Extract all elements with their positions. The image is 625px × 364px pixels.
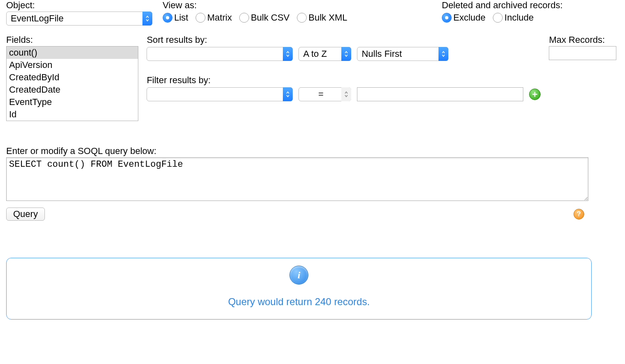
- field-item-count[interactable]: count(): [7, 47, 138, 59]
- view-as-list-radio[interactable]: List: [163, 12, 188, 23]
- sort-direction-select[interactable]: A to Z: [299, 47, 351, 61]
- filter-label: Filter results by:: [147, 75, 541, 86]
- max-records-input[interactable]: [549, 46, 616, 60]
- fields-label: Fields:: [6, 35, 138, 45]
- filter-value-input[interactable]: [357, 87, 523, 101]
- deleted-archived-radios: Exclude Include: [442, 12, 619, 23]
- view-as-matrix-radio[interactable]: Matrix: [196, 12, 232, 23]
- deleted-archived-label: Deleted and archived records:: [442, 0, 619, 11]
- result-panel: i Query would return 240 records.: [6, 258, 592, 320]
- result-message: Query would return 240 records.: [11, 296, 587, 308]
- deleted-include-radio[interactable]: Include: [493, 12, 534, 23]
- filter-operator-select[interactable]: =: [299, 87, 351, 101]
- field-item-createdbyid[interactable]: CreatedById: [7, 71, 138, 84]
- deleted-exclude-radio[interactable]: Exclude: [442, 12, 485, 23]
- sort-label: Sort results by:: [147, 35, 541, 45]
- view-as-bulkxml-radio[interactable]: Bulk XML: [297, 12, 347, 23]
- field-item-eventtype[interactable]: EventType: [7, 96, 138, 108]
- info-icon: i: [289, 266, 308, 285]
- query-button[interactable]: Query: [6, 208, 45, 221]
- help-button[interactable]: ?: [574, 209, 584, 219]
- object-select[interactable]: EventLogFile: [6, 12, 152, 26]
- object-label: Object:: [6, 0, 154, 11]
- view-as-bulkcsv-radio[interactable]: Bulk CSV: [239, 12, 289, 23]
- field-item-apiversion[interactable]: ApiVersion: [7, 59, 138, 71]
- plus-icon: [532, 91, 538, 97]
- view-as-label: View as:: [163, 0, 434, 11]
- field-item-createddate[interactable]: CreatedDate: [7, 84, 138, 96]
- question-icon: ?: [577, 210, 581, 218]
- soql-textarea[interactable]: [6, 157, 588, 201]
- sort-nulls-select[interactable]: Nulls First: [357, 47, 448, 61]
- soql-label: Enter or modify a SOQL query below:: [6, 146, 619, 156]
- add-filter-button[interactable]: [529, 89, 541, 100]
- fields-listbox[interactable]: count() ApiVersion CreatedById CreatedDa…: [6, 46, 138, 121]
- filter-field-select[interactable]: [147, 87, 293, 101]
- max-records-label: Max Records:: [549, 35, 619, 45]
- view-as-radios: List Matrix Bulk CSV Bulk XML: [163, 12, 434, 23]
- sort-field-select[interactable]: [147, 47, 293, 61]
- field-item-id[interactable]: Id: [7, 108, 138, 121]
